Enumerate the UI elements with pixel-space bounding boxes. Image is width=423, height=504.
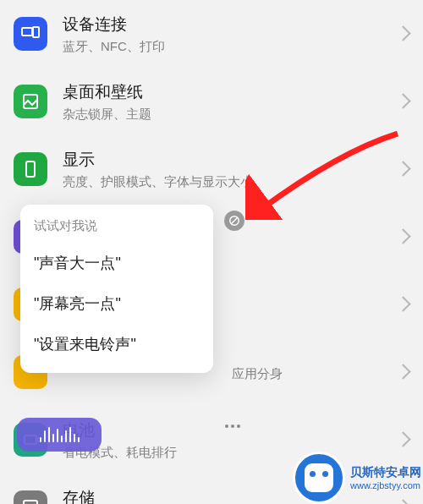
storage-icon (14, 490, 47, 504)
devices-icon (14, 17, 47, 51)
popup-suggestion-brightness[interactable]: "屏幕亮一点" (20, 283, 213, 324)
svg-line-11 (232, 218, 238, 224)
voice-assistant-button[interactable] (17, 418, 102, 452)
waveform-icon (40, 427, 80, 442)
voice-suggestion-popup: 试试对我说 "声音大一点" "屏幕亮一点" "设置来电铃声" (20, 205, 213, 373)
loading-dots-icon (225, 425, 240, 428)
row-text: 桌面和壁纸 杂志锁屏、主题 (63, 81, 391, 123)
watermark-text: 贝斯特安卓网 www.zjbstyy.com (350, 465, 421, 490)
row-title: 设备连接 (63, 14, 391, 36)
row-subtitle-fragment: 应用分身 (232, 366, 391, 382)
row-title: 显示 (63, 149, 391, 171)
row-wallpaper[interactable]: 桌面和壁纸 杂志锁屏、主题 (0, 68, 423, 135)
chevron-right-icon (398, 429, 409, 451)
close-popup-button[interactable] (224, 211, 244, 231)
chevron-right-icon (398, 361, 409, 383)
block-icon (228, 215, 240, 227)
popup-suggestion-volume[interactable]: "声音大一点" (20, 243, 213, 283)
chevron-right-icon (398, 23, 409, 45)
watermark-title: 贝斯特安卓网 (350, 465, 421, 480)
row-title: 电池 (63, 419, 391, 441)
watermark-logo-icon (293, 452, 345, 504)
svg-rect-6 (24, 501, 37, 504)
chevron-right-icon (398, 90, 409, 112)
row-subtitle: 杂志锁屏、主题 (63, 107, 391, 123)
svg-rect-0 (22, 28, 32, 36)
chevron-right-icon (398, 158, 409, 180)
popup-header: 试试对我说 (20, 218, 213, 243)
watermark: 贝斯特安卓网 www.zjbstyy.com (293, 452, 421, 504)
row-display[interactable]: 显示 亮度、护眼模式、字体与显示大小 (0, 135, 423, 203)
row-subtitle: 蓝牙、NFC、打印 (63, 39, 391, 55)
chevron-right-icon (398, 226, 409, 248)
chevron-right-icon (398, 293, 409, 315)
row-text: 设备连接 蓝牙、NFC、打印 (63, 14, 391, 55)
row-text: 显示 亮度、护眼模式、字体与显示大小 (63, 149, 391, 190)
row-subtitle: 亮度、护眼模式、字体与显示大小 (63, 174, 391, 190)
wallpaper-icon (14, 85, 47, 118)
svg-rect-3 (26, 162, 35, 177)
row-title: 桌面和壁纸 (63, 81, 391, 103)
display-icon (14, 152, 47, 186)
watermark-url: www.zjbstyy.com (350, 480, 421, 490)
popup-suggestion-ringtone[interactable]: "设置来电铃声" (20, 324, 213, 364)
row-device-connection[interactable]: 设备连接 蓝牙、NFC、打印 (0, 0, 423, 68)
svg-rect-1 (33, 27, 39, 37)
